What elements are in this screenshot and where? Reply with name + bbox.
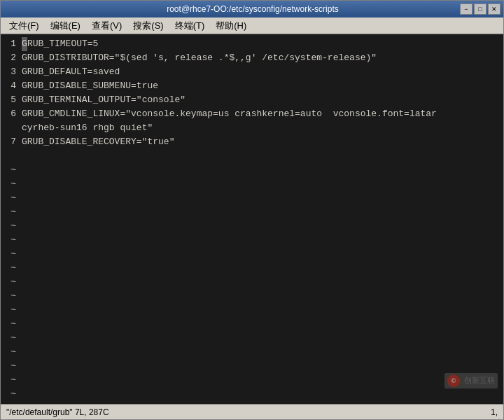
code-line-5: GRUB_TERMINAL_OUTPUT="console"	[22, 93, 503, 107]
line-number-t1: ~	[4, 163, 16, 177]
line-number-5: 5	[4, 93, 16, 107]
status-bar: "/etc/default/grub" 7L, 287C 1,	[1, 404, 503, 419]
line-number-6b	[4, 121, 16, 135]
line-number-t4: ~	[4, 205, 16, 219]
cursor-position: 1,	[491, 407, 498, 417]
line-number-t6: ~	[4, 233, 16, 247]
line-number-7: 7	[4, 135, 16, 149]
line-number-t16: ~	[4, 373, 16, 387]
watermark-text: 创新互联	[464, 376, 495, 384]
main-window: root@rhce7-OO:/etc/sysconfig/network-scr…	[0, 0, 504, 420]
menu-help[interactable]: 帮助(H)	[210, 18, 252, 34]
code-line-t16	[22, 373, 503, 387]
code-line-t1	[22, 163, 503, 177]
menu-bar: 文件(F) 编辑(E) 查看(V) 搜索(S) 终端(T) 帮助(H)	[1, 18, 503, 34]
code-line-t7	[22, 247, 503, 261]
line-number-t13: ~	[4, 331, 16, 345]
line-number-6: 6	[4, 107, 16, 121]
editor-area[interactable]: 1 2 3 4 5 6 7 ~ ~ ~ ~ ~ ~ ~ ~ ~ ~ ~ ~ ~ …	[1, 34, 503, 404]
line-number-3: 3	[4, 65, 16, 79]
code-line-6b: cyrheb-sun16 rhgb quiet"	[22, 121, 503, 135]
code-line-t15	[22, 359, 503, 373]
line-number-t12: ~	[4, 317, 16, 331]
title-bar: root@rhce7-OO:/etc/sysconfig/network-scr…	[1, 1, 503, 18]
line-number-t3: ~	[4, 191, 16, 205]
code-line-2: GRUB_DISTRIBUTOR="$(sed 's, release .*$,…	[22, 51, 503, 65]
code-line-t8	[22, 261, 503, 275]
line-number-t14: ~	[4, 345, 16, 359]
code-line-3: GRUB_DEFAULT=saved	[22, 65, 503, 79]
menu-terminal[interactable]: 终端(T)	[169, 18, 211, 34]
code-line-blank	[22, 149, 503, 163]
menu-edit[interactable]: 编辑(E)	[45, 18, 86, 34]
line-number-t11: ~	[4, 303, 16, 317]
line-number-t2: ~	[4, 177, 16, 191]
line-number-t7: ~	[4, 247, 16, 261]
code-line-t17	[22, 387, 503, 401]
line-number-t15: ~	[4, 359, 16, 373]
code-line-7: GRUB_DISABLE_RECOVERY="true"	[22, 135, 503, 149]
code-line-t4	[22, 205, 503, 219]
line-number-4: 4	[4, 79, 16, 93]
code-line-t11	[22, 303, 503, 317]
code-line-t5	[22, 219, 503, 233]
code-content[interactable]: GRUB_TIMEOUT=5 GRUB_DISTRIBUTOR="$(sed '…	[20, 34, 503, 404]
code-line-t12	[22, 317, 503, 331]
line-number-t10: ~	[4, 289, 16, 303]
watermark: © 创新互联	[444, 373, 498, 388]
menu-file[interactable]: 文件(F)	[4, 18, 45, 34]
menu-view[interactable]: 查看(V)	[86, 18, 127, 34]
close-button[interactable]: ✕	[488, 4, 500, 15]
line-number-2: 2	[4, 51, 16, 65]
window-controls: − □ ✕	[460, 4, 500, 15]
code-line-4: GRUB_DISABLE_SUBMENU=true	[22, 79, 503, 93]
line-number-t9: ~	[4, 275, 16, 289]
line-number-blank	[4, 149, 16, 163]
code-line-1: GRUB_TIMEOUT=5	[22, 37, 503, 51]
code-line-t10	[22, 289, 503, 303]
code-line-6: GRUB_CMDLINE_LINUX="vconsole.keymap=us c…	[22, 107, 503, 121]
code-line-t6	[22, 233, 503, 247]
code-line-t2	[22, 177, 503, 191]
code-line-t3	[22, 191, 503, 205]
file-info: "/etc/default/grub" 7L, 287C	[6, 407, 109, 417]
menu-search[interactable]: 搜索(S)	[127, 18, 169, 34]
line-number-t17: ~	[4, 387, 16, 401]
line-number-t8: ~	[4, 261, 16, 275]
code-line-t9	[22, 275, 503, 289]
maximize-button[interactable]: □	[474, 4, 486, 15]
line-numbers: 1 2 3 4 5 6 7 ~ ~ ~ ~ ~ ~ ~ ~ ~ ~ ~ ~ ~ …	[1, 34, 20, 404]
code-line-t13	[22, 331, 503, 345]
line-number-1: 1	[4, 37, 16, 51]
minimize-button[interactable]: −	[460, 4, 472, 15]
code-line-t14	[22, 345, 503, 359]
line-number-t5: ~	[4, 219, 16, 233]
window-title: root@rhce7-OO:/etc/sysconfig/network-scr…	[46, 4, 460, 14]
